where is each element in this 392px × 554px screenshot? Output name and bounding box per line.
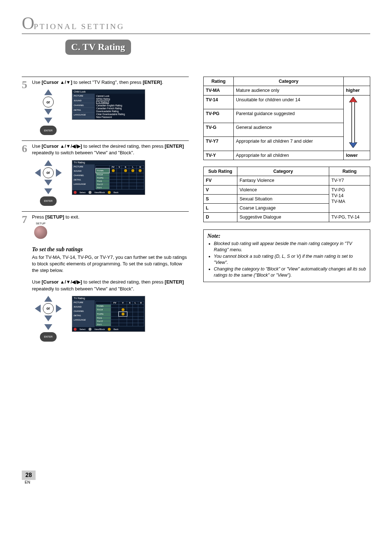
osd-left-item: SOUND	[72, 305, 95, 309]
grid-row: TV-G	[96, 316, 111, 319]
osd-left-item: PICTURE	[72, 164, 95, 169]
grid-head: S	[127, 301, 133, 304]
grid-head: L	[129, 165, 136, 168]
foot-dot-icon	[74, 328, 77, 331]
or-label: or	[43, 303, 54, 314]
rating-head: Category	[234, 77, 344, 86]
text: to select "TV Rating", then press	[72, 80, 143, 85]
svg-marker-1	[350, 97, 357, 102]
right-icon	[56, 169, 62, 177]
note-box: Note: Blocked sub rating will appear bes…	[203, 229, 370, 282]
rating-val: Mature audience only	[234, 86, 344, 95]
note-item: You cannot block a sub rating (D, L, S o…	[214, 253, 366, 266]
grid-row: TV-MA	[96, 168, 110, 173]
osd-left-item: LANGUAGE	[72, 318, 95, 322]
sub-key: V	[204, 185, 237, 194]
grid-row: TV-Y7	[96, 183, 110, 186]
grid-head: FV	[109, 165, 117, 168]
block-icon	[124, 169, 127, 172]
rating-key: TV-PG	[204, 109, 234, 123]
note-item: Changing the category to "Block" or "Vie…	[214, 266, 366, 279]
foot-back: Back	[114, 328, 118, 330]
text: to select the desired rating, then press	[82, 279, 165, 285]
down-icon	[44, 109, 52, 115]
sub-osd: TV Rating PICTURE SOUND CHANNEL DETAIL L…	[72, 296, 145, 332]
page-header: O PTIONAL SETTING	[22, 18, 370, 34]
step-7: 7 Press [SETUP] to exit. SETUP To set th…	[22, 211, 189, 342]
step-6-text: Use [Cursor ▲/▼/◀/▶] to select the desir…	[32, 143, 189, 156]
sub-val: Sexual Situation	[237, 194, 329, 203]
note-item: Blocked sub rating will appear beside th…	[214, 241, 366, 253]
page-lang: EN	[25, 480, 370, 484]
osd-title: TV Rating	[72, 296, 145, 300]
osd-left-item: PICTURE	[72, 94, 95, 98]
grid-head: L	[132, 301, 138, 304]
text: Use	[32, 80, 42, 85]
osd-left-item: DETAIL	[72, 178, 95, 182]
osd-left-item: SOUND	[72, 169, 95, 173]
page-number: 28	[22, 471, 36, 480]
grid-row: TV-PG	[96, 312, 111, 316]
header-title: PTIONAL SETTING	[34, 22, 124, 31]
sub-ratings-para2: Use [Cursor ▲/▼/◀/▶] to select the desir…	[32, 279, 189, 292]
sub-rating-merged: TV-PG TV-14 TV-MA	[329, 185, 370, 213]
sub-key: D	[204, 213, 237, 222]
rating-key: TV-Y	[204, 151, 234, 160]
osd-item: MPAA Rating	[96, 98, 143, 100]
sub-head: Rating	[329, 167, 370, 176]
osd-left-item: CHANNEL	[72, 173, 95, 178]
down-icon	[44, 324, 52, 330]
grid-head: D	[138, 301, 144, 304]
text: to select the desired rating, then press	[82, 143, 165, 149]
grid-row: TV-14	[96, 173, 110, 176]
sub-key: L	[204, 204, 237, 213]
block-icon	[122, 313, 124, 315]
text: repeatedly to switch between "View" and …	[32, 286, 134, 292]
higher-label: higher	[344, 86, 370, 95]
page-footer: 28 EN	[22, 471, 370, 484]
osd-left-item: PICTURE	[72, 300, 95, 305]
rating-val: Appropriate for all children 7 and older	[234, 137, 344, 151]
step-5: 5 Use [Cursor ▲/▼] to select "TV Rating"…	[22, 77, 189, 135]
or-label: or	[43, 97, 54, 107]
text: [Cursor ▲/▼]	[42, 80, 72, 85]
step-5-dpad: or ENTER	[32, 89, 65, 135]
grid-head	[96, 165, 110, 168]
sub-rating: TV-PG, TV-14	[329, 213, 370, 222]
osd-item: Downloadable Rating	[96, 110, 143, 113]
step-5-text: Use [Cursor ▲/▼] to select "TV Rating", …	[32, 79, 189, 86]
rating-val: General audience	[234, 123, 344, 137]
foot-dot-icon	[108, 191, 111, 194]
osd-item: New Password	[96, 116, 143, 118]
osd-left-item: DETAIL	[72, 108, 95, 113]
sub-val: Coarse Language	[237, 204, 329, 213]
left-icon	[35, 305, 41, 313]
grid-row: TV-Y	[96, 186, 110, 189]
text: [Cursor ▲/▼/◀/▶]	[42, 279, 82, 285]
foot-dot-icon	[89, 328, 91, 331]
foot-dot-icon	[74, 191, 77, 194]
sub-rating: TV-Y7	[329, 176, 370, 185]
osd-left-item: LANGUAGE	[72, 182, 95, 186]
grid-head: D	[136, 165, 144, 168]
text: [ENTER]	[165, 143, 184, 149]
grid-row: TV-14	[96, 307, 111, 312]
grid-row: TV-PG	[96, 176, 110, 179]
sub-head: Category	[237, 167, 329, 176]
osd-left-item: LANGUAGE	[72, 113, 95, 117]
sub-val: Suggestive Dialogue	[237, 213, 329, 222]
right-icon	[56, 305, 62, 313]
osd-item: Canadian French Rating	[96, 107, 143, 110]
setup-label: SETUP	[32, 222, 49, 225]
setup-button-icon	[34, 226, 47, 239]
sub-val: Fantasy Violence	[237, 176, 329, 185]
foot-back: Back	[114, 191, 118, 194]
note-title: Note:	[207, 233, 366, 239]
text: [ENTER]	[165, 279, 184, 285]
foot-dot-icon	[108, 328, 111, 331]
osd-left-item: CHANNEL	[72, 309, 95, 313]
osd-item: Clear Downloadable Rating	[96, 113, 143, 115]
osd-left-item: SOUND	[72, 98, 95, 103]
block-icon	[112, 169, 115, 172]
text: [SETUP]	[45, 214, 64, 220]
